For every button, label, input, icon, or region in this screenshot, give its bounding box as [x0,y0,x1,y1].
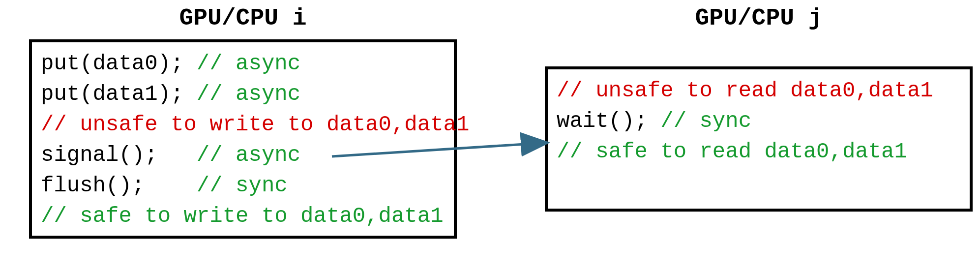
code-token: put(data1); [41,82,197,106]
code-box-i: put(data0); // asyncput(data1); // async… [29,39,457,239]
code-line: // safe to read data0,data1 [557,136,961,167]
code-token: signal(); [41,143,197,167]
code-box-j: // unsafe to read data0,data1wait(); // … [545,66,973,212]
code-line: put(data0); // async [41,48,445,79]
processor-label-j: GPU/CPU j [545,5,973,31]
code-line: // safe to write to data0,data1 [41,201,445,231]
code-token: // safe to read data0,data1 [557,139,907,164]
code-token: // unsafe to read data0,data1 [557,78,933,103]
code-token: // async [197,143,300,167]
code-token: // async [197,51,300,76]
code-token: // sync [660,109,751,133]
code-line: wait(); // sync [557,106,961,136]
code-line: // unsafe to write to data0,data1 [41,109,445,140]
diagram-stage: GPU/CPU i GPU/CPU j put(data0); // async… [0,0,980,276]
code-token: put(data0); [41,51,197,76]
code-token: // unsafe to write to data0,data1 [41,112,469,137]
processor-label-i: GPU/CPU i [29,5,457,31]
code-line: // unsafe to read data0,data1 [557,75,961,106]
code-token: // async [197,82,300,106]
code-token: wait(); [557,109,660,133]
code-line: put(data1); // async [41,79,445,109]
code-line: flush(); // sync [41,170,445,201]
code-token: // safe to write to data0,data1 [41,204,444,228]
code-token: // sync [197,173,288,198]
code-line: signal(); // async [41,140,445,170]
code-token: flush(); [41,173,197,198]
